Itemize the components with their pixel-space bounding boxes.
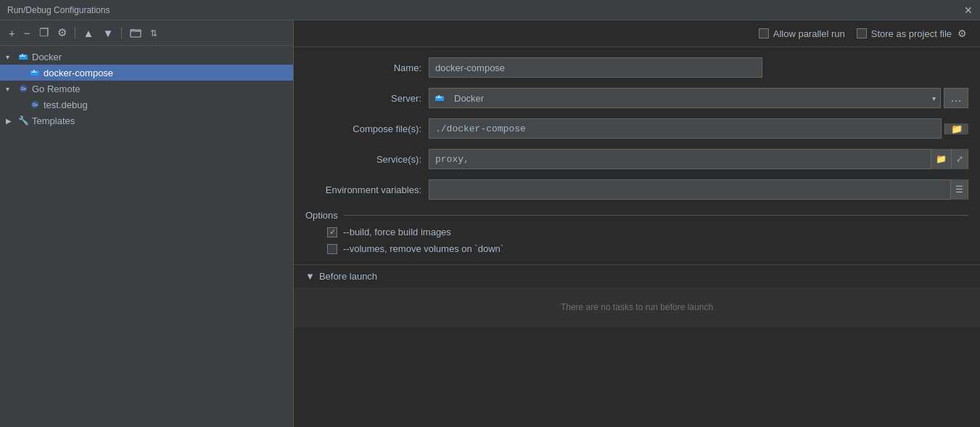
server-select-wrap[interactable]: Docker ▾ bbox=[429, 88, 941, 108]
env-vars-wrap: ☰ bbox=[429, 179, 968, 200]
toolbar-divider2 bbox=[121, 27, 122, 38]
compose-files-label: Compose file(s): bbox=[305, 123, 429, 134]
env-vars-edit-button[interactable]: ☰ bbox=[950, 179, 968, 200]
tree-item-docker[interactable]: ▾ Docker bbox=[0, 49, 293, 65]
before-launch-section: ▼ Before launch There are no tasks to ru… bbox=[294, 264, 980, 327]
sort-button[interactable]: ⇅ bbox=[147, 25, 165, 40]
svg-rect-7 bbox=[30, 70, 39, 76]
go-debug-icon: Go bbox=[29, 99, 41, 110]
tree-item-templates-label: Templates bbox=[32, 115, 75, 126]
compose-files-row: Compose file(s): ./docker-compose 📁 bbox=[305, 118, 968, 139]
svg-rect-19 bbox=[440, 97, 442, 99]
form-area: Name: Server: bbox=[294, 47, 980, 200]
services-browse-button[interactable]: 📁 bbox=[931, 149, 951, 169]
folder-button[interactable] bbox=[127, 25, 144, 40]
server-row: Server: Docker bbox=[305, 88, 968, 108]
remove-button[interactable]: − bbox=[21, 25, 33, 41]
services-control: proxy, 📁 ⤢ bbox=[429, 149, 968, 169]
svg-rect-11 bbox=[33, 70, 35, 72]
docker-icon bbox=[17, 51, 29, 62]
server-more-button[interactable]: … bbox=[944, 88, 968, 108]
store-as-project-file-checkbox[interactable] bbox=[857, 28, 867, 38]
compose-files-value: ./docker-compose bbox=[429, 121, 941, 137]
tree-item-go-remote[interactable]: ▾ Go Go Remote bbox=[0, 81, 293, 97]
name-row: Name: bbox=[305, 57, 968, 78]
title-bar: Run/Debug Configurations ✕ bbox=[0, 0, 980, 20]
volumes-option-row: --volumes, remove volumes on `down` bbox=[305, 243, 968, 254]
svg-rect-9 bbox=[33, 72, 35, 73]
compose-files-browse-button[interactable]: 📁 bbox=[944, 123, 968, 134]
services-expand-button[interactable]: ⤢ bbox=[951, 149, 968, 169]
before-launch-header[interactable]: ▼ Before launch bbox=[294, 265, 980, 288]
store-as-project-file-option: Store as project file ⚙ bbox=[857, 28, 968, 39]
tree-item-templates[interactable]: ▶ 🔧 Templates bbox=[0, 113, 293, 129]
options-divider bbox=[344, 215, 968, 216]
toolbar-divider bbox=[75, 27, 75, 38]
volumes-option-checkbox[interactable] bbox=[327, 244, 337, 254]
add-button[interactable]: + bbox=[6, 25, 18, 41]
title-bar-title: Run/Debug Configurations bbox=[7, 5, 110, 15]
tree-item-docker-compose-label: docker-compose bbox=[44, 68, 113, 78]
copy-button[interactable]: ❐ bbox=[36, 25, 52, 41]
top-options-bar: Allow parallel run Store as project file… bbox=[294, 20, 980, 47]
chevron-down-icon: ▾ bbox=[6, 53, 15, 61]
name-input[interactable] bbox=[429, 57, 762, 78]
down-button[interactable]: ▼ bbox=[99, 25, 116, 41]
toolbar: + − ❐ ⚙ ▲ ▼ ⇅ bbox=[0, 20, 293, 46]
docker-select-icon bbox=[429, 92, 450, 104]
env-vars-row: Environment variables: ☰ bbox=[305, 179, 968, 200]
svg-rect-5 bbox=[24, 56, 25, 57]
options-header: Options bbox=[305, 210, 968, 221]
services-row: Service(s): proxy, 📁 ⤢ bbox=[305, 149, 968, 169]
services-label: Service(s): bbox=[305, 154, 429, 165]
tree-item-test-debug-label: test.debug bbox=[44, 99, 88, 110]
name-control-wrap bbox=[429, 57, 968, 78]
store-as-project-file-label: Store as project file bbox=[871, 28, 952, 39]
server-label: Server: bbox=[305, 93, 429, 104]
svg-rect-10 bbox=[36, 72, 37, 73]
compose-files-control: ./docker-compose 📁 bbox=[429, 118, 968, 139]
build-option-label: --build, force build images bbox=[343, 227, 451, 237]
tree-item-docker-label: Docker bbox=[32, 52, 62, 62]
svg-rect-17 bbox=[437, 97, 438, 99]
env-vars-control: ☰ bbox=[429, 179, 968, 200]
svg-text:Go: Go bbox=[21, 86, 26, 91]
svg-rect-2 bbox=[19, 54, 28, 60]
right-panel: Allow parallel run Store as project file… bbox=[294, 20, 980, 427]
build-option-row: ✓ --build, force build images bbox=[305, 227, 968, 237]
server-select-text: Docker bbox=[450, 90, 928, 107]
chevron-down-icon3: ▾ bbox=[928, 94, 940, 102]
env-vars-label: Environment variables: bbox=[305, 184, 429, 195]
chevron-down-icon2: ▾ bbox=[6, 85, 15, 93]
svg-rect-6 bbox=[22, 54, 23, 56]
services-value: proxy, bbox=[429, 151, 931, 168]
tree-item-docker-compose[interactable]: docker-compose bbox=[0, 65, 293, 81]
svg-rect-20 bbox=[438, 96, 440, 97]
services-wrap: proxy, 📁 ⤢ bbox=[429, 149, 968, 169]
go-icon: Go bbox=[17, 83, 29, 94]
allow-parallel-run-option: Allow parallel run bbox=[759, 28, 845, 39]
build-option-checkbox[interactable]: ✓ bbox=[327, 227, 337, 237]
before-launch-label: Before launch bbox=[319, 271, 377, 282]
up-button[interactable]: ▲ bbox=[81, 25, 97, 41]
allow-parallel-run-label: Allow parallel run bbox=[773, 28, 845, 39]
volumes-option-label: --volumes, remove volumes on `down` bbox=[343, 243, 503, 254]
gear-icon[interactable]: ⚙ bbox=[956, 28, 968, 39]
svg-rect-3 bbox=[20, 56, 22, 57]
before-launch-content: There are no tasks to run before launch bbox=[294, 288, 980, 327]
compose-files-wrap: ./docker-compose bbox=[429, 118, 942, 139]
options-label: Options bbox=[305, 210, 338, 221]
tree-item-test-debug[interactable]: Go test.debug bbox=[0, 97, 293, 113]
wrench-button[interactable]: ⚙ bbox=[54, 25, 70, 41]
tree: ▾ Docker bbox=[0, 46, 293, 427]
close-icon[interactable]: ✕ bbox=[964, 4, 973, 16]
docker-compose-icon bbox=[29, 67, 41, 78]
svg-rect-8 bbox=[32, 72, 33, 73]
svg-text:Go: Go bbox=[33, 102, 38, 107]
svg-rect-16 bbox=[435, 96, 444, 101]
allow-parallel-run-checkbox[interactable] bbox=[759, 28, 769, 38]
before-launch-empty-message: There are no tasks to run before launch bbox=[561, 302, 713, 312]
svg-text:⇅: ⇅ bbox=[150, 28, 157, 38]
chevron-right-icon: ▶ bbox=[6, 117, 15, 125]
options-section: Options ✓ --build, force build images --… bbox=[305, 210, 968, 254]
